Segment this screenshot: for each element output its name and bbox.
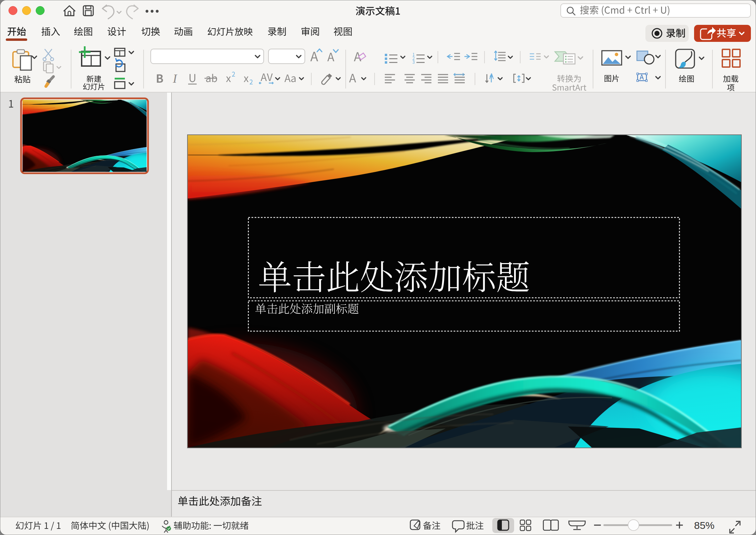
svg-text:I: I [172, 72, 178, 85]
svg-text:85%: 85% [694, 520, 714, 531]
